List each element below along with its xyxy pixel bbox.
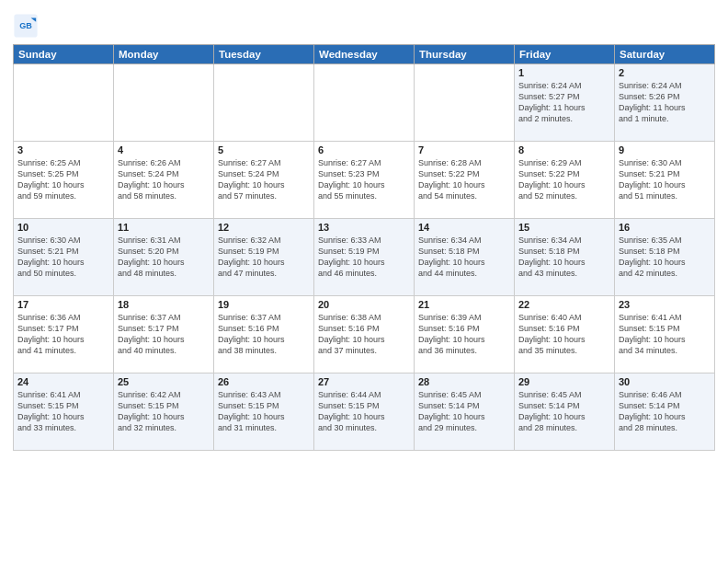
day-number: 2 — [619, 67, 711, 78]
calendar-cell — [114, 64, 214, 142]
day-number: 9 — [619, 144, 711, 155]
calendar-cell: 24Sunrise: 6:41 AMSunset: 5:15 PMDayligh… — [14, 373, 114, 451]
page: GB SundayMondayTuesdayWednesdayThursdayF… — [0, 0, 728, 563]
weekday-header-wednesday: Wednesday — [314, 45, 415, 64]
calendar-cell: 10Sunrise: 6:30 AMSunset: 5:21 PMDayligh… — [14, 219, 114, 296]
weekday-header-monday: Monday — [114, 45, 214, 64]
calendar-cell: 7Sunrise: 6:28 AMSunset: 5:22 PMDaylight… — [415, 142, 515, 219]
day-detail: Sunrise: 6:37 AMSunset: 5:17 PMDaylight:… — [118, 312, 210, 357]
calendar-cell: 29Sunrise: 6:45 AMSunset: 5:14 PMDayligh… — [515, 373, 615, 451]
calendar-cell — [14, 64, 114, 142]
calendar-week-3: 17Sunrise: 6:36 AMSunset: 5:17 PMDayligh… — [14, 296, 715, 373]
calendar-cell: 15Sunrise: 6:34 AMSunset: 5:18 PMDayligh… — [515, 219, 615, 296]
calendar-cell: 28Sunrise: 6:45 AMSunset: 5:14 PMDayligh… — [415, 373, 515, 451]
day-detail: Sunrise: 6:24 AMSunset: 5:26 PMDaylight:… — [619, 80, 711, 125]
day-number: 3 — [17, 144, 109, 155]
day-number: 19 — [218, 299, 310, 310]
calendar-cell: 23Sunrise: 6:41 AMSunset: 5:15 PMDayligh… — [615, 296, 715, 373]
day-number: 11 — [118, 222, 210, 233]
day-number: 16 — [619, 222, 711, 233]
day-number: 23 — [619, 299, 711, 310]
day-detail: Sunrise: 6:24 AMSunset: 5:27 PMDaylight:… — [518, 80, 610, 125]
calendar-header: SundayMondayTuesdayWednesdayThursdayFrid… — [14, 45, 715, 64]
calendar-cell: 21Sunrise: 6:39 AMSunset: 5:16 PMDayligh… — [415, 296, 515, 373]
day-number: 30 — [619, 376, 711, 387]
day-number: 15 — [518, 222, 610, 233]
day-number: 14 — [418, 222, 510, 233]
calendar: SundayMondayTuesdayWednesdayThursdayFrid… — [13, 44, 715, 451]
day-number: 12 — [218, 222, 310, 233]
day-detail: Sunrise: 6:25 AMSunset: 5:25 PMDaylight:… — [17, 157, 109, 202]
day-number: 4 — [118, 144, 210, 155]
day-detail: Sunrise: 6:28 AMSunset: 5:22 PMDaylight:… — [418, 157, 510, 202]
weekday-header-tuesday: Tuesday — [214, 45, 314, 64]
day-number: 24 — [17, 376, 109, 387]
day-detail: Sunrise: 6:34 AMSunset: 5:18 PMDaylight:… — [418, 235, 510, 280]
calendar-cell — [214, 64, 314, 142]
day-detail: Sunrise: 6:39 AMSunset: 5:16 PMDaylight:… — [418, 312, 510, 357]
day-detail: Sunrise: 6:38 AMSunset: 5:16 PMDaylight:… — [318, 312, 410, 357]
day-detail: Sunrise: 6:42 AMSunset: 5:15 PMDaylight:… — [118, 389, 210, 434]
calendar-cell: 12Sunrise: 6:32 AMSunset: 5:19 PMDayligh… — [214, 219, 314, 296]
calendar-cell: 30Sunrise: 6:46 AMSunset: 5:14 PMDayligh… — [615, 373, 715, 451]
calendar-cell: 20Sunrise: 6:38 AMSunset: 5:16 PMDayligh… — [314, 296, 415, 373]
day-detail: Sunrise: 6:35 AMSunset: 5:18 PMDaylight:… — [619, 235, 711, 280]
day-detail: Sunrise: 6:37 AMSunset: 5:16 PMDaylight:… — [218, 312, 310, 357]
calendar-week-2: 10Sunrise: 6:30 AMSunset: 5:21 PMDayligh… — [14, 219, 715, 296]
calendar-cell: 27Sunrise: 6:44 AMSunset: 5:15 PMDayligh… — [314, 373, 415, 451]
day-detail: Sunrise: 6:27 AMSunset: 5:23 PMDaylight:… — [318, 157, 410, 202]
weekday-header-friday: Friday — [515, 45, 615, 64]
calendar-cell: 19Sunrise: 6:37 AMSunset: 5:16 PMDayligh… — [214, 296, 314, 373]
day-number: 26 — [218, 376, 310, 387]
day-number: 20 — [318, 299, 410, 310]
day-number: 1 — [518, 67, 610, 78]
day-detail: Sunrise: 6:34 AMSunset: 5:18 PMDaylight:… — [518, 235, 610, 280]
calendar-cell — [314, 64, 415, 142]
calendar-cell: 18Sunrise: 6:37 AMSunset: 5:17 PMDayligh… — [114, 296, 214, 373]
day-detail: Sunrise: 6:26 AMSunset: 5:24 PMDaylight:… — [118, 157, 210, 202]
day-detail: Sunrise: 6:41 AMSunset: 5:15 PMDaylight:… — [619, 312, 711, 357]
calendar-week-1: 3Sunrise: 6:25 AMSunset: 5:25 PMDaylight… — [14, 142, 715, 219]
calendar-cell: 1Sunrise: 6:24 AMSunset: 5:27 PMDaylight… — [515, 64, 615, 142]
calendar-cell: 5Sunrise: 6:27 AMSunset: 5:24 PMDaylight… — [214, 142, 314, 219]
day-number: 28 — [418, 376, 510, 387]
day-detail: Sunrise: 6:45 AMSunset: 5:14 PMDaylight:… — [518, 389, 610, 434]
calendar-body: 1Sunrise: 6:24 AMSunset: 5:27 PMDaylight… — [14, 64, 715, 451]
calendar-cell: 2Sunrise: 6:24 AMSunset: 5:26 PMDaylight… — [615, 64, 715, 142]
day-detail: Sunrise: 6:30 AMSunset: 5:21 PMDaylight:… — [619, 157, 711, 202]
day-detail: Sunrise: 6:45 AMSunset: 5:14 PMDaylight:… — [418, 389, 510, 434]
calendar-cell: 4Sunrise: 6:26 AMSunset: 5:24 PMDaylight… — [114, 142, 214, 219]
calendar-week-0: 1Sunrise: 6:24 AMSunset: 5:27 PMDaylight… — [14, 64, 715, 142]
day-detail: Sunrise: 6:30 AMSunset: 5:21 PMDaylight:… — [17, 235, 109, 280]
day-number: 13 — [318, 222, 410, 233]
calendar-cell — [415, 64, 515, 142]
logo: GB — [13, 13, 40, 39]
calendar-cell: 14Sunrise: 6:34 AMSunset: 5:18 PMDayligh… — [415, 219, 515, 296]
day-detail: Sunrise: 6:41 AMSunset: 5:15 PMDaylight:… — [17, 389, 109, 434]
calendar-cell: 16Sunrise: 6:35 AMSunset: 5:18 PMDayligh… — [615, 219, 715, 296]
weekday-header-thursday: Thursday — [415, 45, 515, 64]
header: GB — [13, 9, 715, 39]
day-number: 17 — [17, 299, 109, 310]
calendar-cell: 25Sunrise: 6:42 AMSunset: 5:15 PMDayligh… — [114, 373, 214, 451]
calendar-cell: 6Sunrise: 6:27 AMSunset: 5:23 PMDaylight… — [314, 142, 415, 219]
day-detail: Sunrise: 6:29 AMSunset: 5:22 PMDaylight:… — [518, 157, 610, 202]
calendar-cell: 22Sunrise: 6:40 AMSunset: 5:16 PMDayligh… — [515, 296, 615, 373]
svg-text:GB: GB — [19, 21, 32, 30]
day-number: 27 — [318, 376, 410, 387]
weekday-row: SundayMondayTuesdayWednesdayThursdayFrid… — [14, 45, 715, 64]
day-number: 25 — [118, 376, 210, 387]
day-detail: Sunrise: 6:32 AMSunset: 5:19 PMDaylight:… — [218, 235, 310, 280]
day-detail: Sunrise: 6:46 AMSunset: 5:14 PMDaylight:… — [619, 389, 711, 434]
day-detail: Sunrise: 6:44 AMSunset: 5:15 PMDaylight:… — [318, 389, 410, 434]
calendar-cell: 9Sunrise: 6:30 AMSunset: 5:21 PMDaylight… — [615, 142, 715, 219]
calendar-cell: 13Sunrise: 6:33 AMSunset: 5:19 PMDayligh… — [314, 219, 415, 296]
weekday-header-saturday: Saturday — [615, 45, 715, 64]
day-detail: Sunrise: 6:27 AMSunset: 5:24 PMDaylight:… — [218, 157, 310, 202]
day-detail: Sunrise: 6:43 AMSunset: 5:15 PMDaylight:… — [218, 389, 310, 434]
day-detail: Sunrise: 6:36 AMSunset: 5:17 PMDaylight:… — [17, 312, 109, 357]
day-detail: Sunrise: 6:31 AMSunset: 5:20 PMDaylight:… — [118, 235, 210, 280]
calendar-cell: 11Sunrise: 6:31 AMSunset: 5:20 PMDayligh… — [114, 219, 214, 296]
day-number: 7 — [418, 144, 510, 155]
logo-icon: GB — [13, 13, 39, 39]
